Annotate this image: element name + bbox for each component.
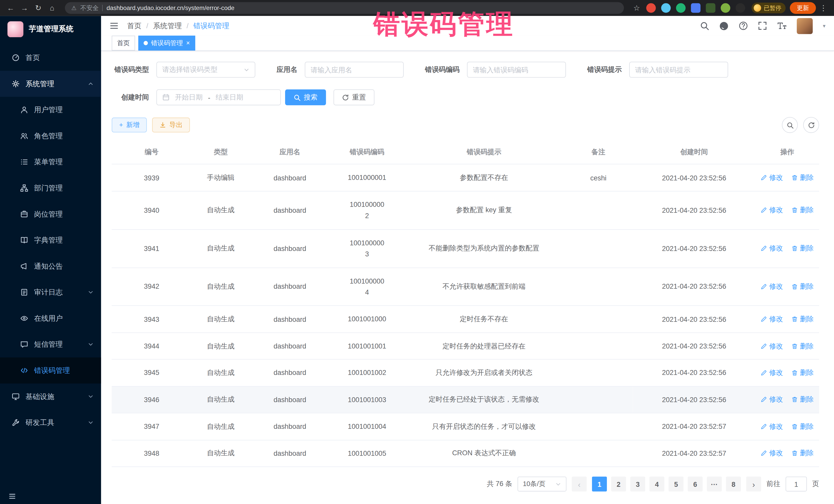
page-button[interactable]: ··· (707, 477, 722, 491)
security-label: 不安全 (80, 4, 99, 12)
sidebar-item-menus[interactable]: 菜单管理 (0, 149, 101, 175)
page-button[interactable]: 4 (650, 477, 664, 491)
close-icon[interactable]: × (186, 40, 190, 46)
fullscreen-icon[interactable] (758, 21, 767, 30)
sidebar-item-sms[interactable]: 短信管理 (0, 331, 101, 357)
edit-link[interactable]: 修改 (761, 448, 783, 458)
sidebar-item-users[interactable]: 用户管理 (0, 97, 101, 123)
delete-link[interactable]: 删除 (791, 205, 814, 215)
browser-home-icon[interactable]: ⌂ (46, 2, 59, 14)
sidebar-item-dictionary[interactable]: 字典管理 (0, 227, 101, 253)
delete-link[interactable]: 删除 (791, 448, 814, 458)
delete-link[interactable]: 删除 (791, 282, 814, 291)
page-button[interactable]: 5 (668, 477, 683, 491)
edit-link[interactable]: 修改 (761, 282, 783, 291)
sidebar-item-system[interactable]: 系统管理 (0, 71, 101, 97)
breadcrumb-home[interactable]: 首页 (127, 21, 141, 30)
hamburger-icon[interactable] (110, 21, 118, 30)
delete-link[interactable]: 删除 (791, 314, 814, 324)
cell-actions: 修改 删除 (755, 164, 819, 191)
sidebar-collapse-icon[interactable] (8, 492, 16, 500)
edit-link[interactable]: 修改 (761, 395, 783, 404)
column-header-remark: 备注 (564, 140, 633, 164)
refresh-button[interactable] (803, 117, 819, 133)
extension-icon-grid[interactable] (691, 3, 700, 13)
help-icon[interactable] (739, 21, 748, 30)
font-size-icon[interactable] (777, 21, 787, 30)
sidebar-item-home[interactable]: 首页 (0, 45, 101, 71)
sidebar-item-roles[interactable]: 角色管理 (0, 123, 101, 149)
extension-icon-switch[interactable] (706, 3, 715, 13)
date-range-picker[interactable]: 开始日期 - 结束日期 (156, 90, 281, 106)
paused-badge[interactable]: 已暂停 (752, 3, 786, 13)
chevron-down-icon[interactable]: ▾ (823, 23, 825, 29)
extension-icon-green-v[interactable] (676, 3, 685, 13)
search-button[interactable]: 搜索 (285, 90, 326, 106)
edit-link[interactable]: 修改 (761, 205, 783, 215)
extension-icon-blue[interactable] (661, 3, 671, 13)
cell-remark (564, 440, 633, 467)
error-message-input[interactable] (629, 62, 728, 78)
cell-type: 自动生成 (192, 440, 250, 467)
sidebar-item-error-codes[interactable]: 错误码管理 (0, 357, 101, 384)
delete-link[interactable]: 删除 (791, 173, 814, 182)
edit-link[interactable]: 修改 (761, 173, 783, 182)
page-button[interactable]: 2 (611, 477, 626, 491)
browser-menu-icon[interactable]: ⋮ (817, 2, 830, 14)
edit-link[interactable]: 修改 (761, 368, 783, 377)
github-icon[interactable] (719, 21, 728, 30)
cell-code: 1001001003 (330, 386, 404, 413)
page-button[interactable]: 6 (688, 477, 703, 491)
edit-link[interactable]: 修改 (761, 243, 783, 253)
breadcrumb-system[interactable]: 系统管理 (153, 21, 182, 30)
reset-button[interactable]: 重置 (334, 90, 375, 106)
app-name-input[interactable] (305, 62, 404, 78)
page-button[interactable]: 1 (592, 477, 607, 491)
sidebar-item-dev-tools[interactable]: 研发工具 (0, 410, 101, 436)
extension-icon-leaf[interactable] (721, 3, 730, 13)
page-content: 错误码类型 请选择错误码类型 应用名 错误码编码 (101, 51, 834, 504)
extension-icon-red[interactable] (646, 3, 656, 13)
breadcrumb-separator: / (146, 22, 148, 30)
edit-link[interactable]: 修改 (761, 314, 783, 324)
error-code-input[interactable] (467, 62, 566, 78)
sidebar-item-audit-logs[interactable]: 审计日志 (0, 279, 101, 305)
tab-home[interactable]: 首页 (112, 36, 135, 51)
edit-link[interactable]: 修改 (761, 422, 783, 431)
table-row: 3946 自动生成 dashboard 1001001003 定时任务已经处于该… (112, 386, 819, 413)
next-page-button[interactable]: › (746, 477, 761, 491)
cell-app: dashboard (250, 164, 330, 191)
prev-page-button[interactable]: ‹ (572, 477, 587, 491)
filter-label: 错误码编码 (425, 65, 460, 75)
bookmark-star-icon[interactable]: ☆ (630, 2, 643, 14)
delete-link[interactable]: 删除 (791, 243, 814, 253)
edit-link[interactable]: 修改 (761, 341, 783, 351)
sidebar-item-posts[interactable]: 岗位管理 (0, 201, 101, 227)
page-button[interactable]: 3 (630, 477, 645, 491)
delete-link[interactable]: 删除 (791, 395, 814, 404)
goto-page-input[interactable] (786, 477, 807, 491)
sidebar-item-online-users[interactable]: 在线用户 (0, 305, 101, 332)
address-bar[interactable]: ⚠ 不安全 dashboard.yudao.iocoder.cn/system/… (65, 2, 624, 14)
page-size-select[interactable]: 10条/页 (518, 477, 567, 491)
extension-icon-paw[interactable] (736, 3, 745, 13)
toggle-search-button[interactable] (782, 117, 798, 133)
error-type-select[interactable]: 请选择错误码类型 (156, 62, 255, 78)
tab-error-codes[interactable]: 错误码管理 × (138, 36, 195, 51)
sidebar-item-infrastructure[interactable]: 基础设施 (0, 384, 101, 410)
back-icon[interactable]: ← (4, 2, 17, 14)
forward-icon[interactable]: → (18, 2, 31, 14)
search-icon[interactable] (700, 21, 709, 30)
page-button[interactable]: 8 (726, 477, 741, 491)
reload-icon[interactable]: ↻ (32, 2, 45, 14)
delete-link[interactable]: 删除 (791, 368, 814, 377)
avatar[interactable] (797, 18, 813, 34)
add-button[interactable]: + 新增 (112, 118, 147, 133)
sidebar-item-departments[interactable]: 部门管理 (0, 175, 101, 201)
export-button[interactable]: 导出 (152, 118, 190, 133)
delete-link[interactable]: 删除 (791, 422, 814, 431)
sidebar-item-notices[interactable]: 通知公告 (0, 253, 101, 280)
browser-update-button[interactable]: 更新 (790, 2, 816, 14)
delete-link-label: 删除 (800, 282, 814, 291)
delete-link[interactable]: 删除 (791, 341, 814, 351)
